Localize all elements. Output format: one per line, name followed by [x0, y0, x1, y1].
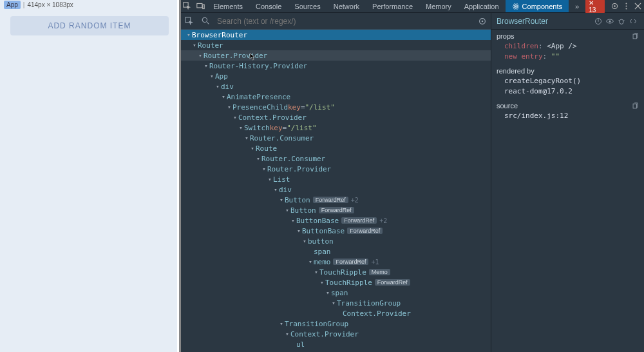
tab-components[interactable]: Components [506, 0, 569, 12]
tree-node[interactable]: ▾ButtonForwardRef [181, 205, 491, 215]
tree-caret-icon[interactable]: ▾ [238, 124, 243, 131]
tree-search-input[interactable] [214, 17, 474, 26]
tree-node[interactable]: ▾Context.Provider [181, 329, 491, 339]
tree-node[interactable]: ▾App [181, 71, 491, 81]
tree-caret-icon[interactable]: ▾ [285, 331, 290, 337]
tree-caret-icon[interactable]: ▾ [261, 166, 267, 172]
tab-network[interactable]: Network [327, 0, 366, 12]
tree-node-name: Router.Provider [267, 165, 331, 173]
tree-node-name: Context.Provider [238, 113, 307, 122]
rendered-by-entry[interactable]: createLegacyRoot() [497, 76, 639, 86]
tree-node[interactable]: ▾memoForwardRef+1 [181, 257, 491, 267]
tree-node[interactable]: ▾Router.Consumer [181, 133, 491, 143]
tree-caret-icon[interactable]: ▾ [227, 104, 232, 110]
panel-resize-handle[interactable] [177, 0, 181, 352]
tree-node[interactable]: ▾AnimatePresence [181, 92, 491, 102]
tree-caret-icon[interactable]: ▾ [302, 238, 307, 244]
tree-caret-icon[interactable]: ▾ [314, 269, 319, 275]
tree-node[interactable]: ▾Context.Provider [181, 112, 491, 122]
tab-performance[interactable]: Performance [366, 0, 419, 12]
error-count-badge[interactable]: ✕ 13 [585, 0, 605, 14]
prop-entry[interactable]: children: <App /> [497, 41, 639, 52]
tab-application[interactable]: Application [458, 0, 506, 12]
tree-caret-icon[interactable]: ▾ [267, 176, 272, 182]
tree-caret-icon[interactable]: ▾ [331, 300, 336, 306]
prop-key: children [504, 42, 538, 50]
kebab-icon[interactable] [620, 0, 632, 13]
tree-caret-icon[interactable]: ▾ [279, 197, 284, 203]
tree-caret-icon[interactable]: ▾ [256, 155, 261, 162]
component-tree-panel: ▾BrowserRouter▾Router▾Router.Provider▾Ro… [181, 13, 491, 352]
tree-caret-icon[interactable]: ▾ [319, 279, 325, 286]
tree-node[interactable]: ▾span [181, 288, 491, 298]
tree-caret-icon[interactable]: ▾ [221, 93, 226, 100]
tab-sources[interactable]: Sources [288, 0, 327, 12]
tree-caret-icon[interactable]: ▾ [192, 42, 197, 48]
tree-node[interactable]: ▾button [181, 236, 491, 246]
tab-elements[interactable]: Elements [207, 0, 249, 12]
tree-node[interactable]: ▾div [181, 184, 491, 195]
close-icon[interactable] [632, 0, 644, 13]
tree-node[interactable]: span [181, 246, 491, 257]
tree-caret-icon[interactable]: ▾ [296, 228, 301, 234]
tree-caret-icon[interactable]: ▾ [285, 207, 290, 213]
tree-node[interactable]: ▾Router.Consumer [181, 153, 491, 164]
tree-node[interactable]: ▾Route [181, 143, 491, 153]
tab-more[interactable]: » [569, 0, 585, 12]
tree-node[interactable]: ▾TouchRippleMemo [181, 267, 491, 277]
tree-node[interactable]: ▾ButtonBaseForwardRef [181, 226, 491, 236]
tree-node[interactable]: ul [181, 339, 491, 349]
error-count: 13 [589, 6, 596, 14]
tree-caret-icon[interactable]: ▾ [250, 145, 255, 152]
tree-node[interactable]: ▾Router.Provider [181, 164, 491, 174]
add-random-item-button[interactable]: ADD RANDOM ITEM [10, 16, 169, 35]
tree-caret-icon[interactable]: ▾ [198, 52, 203, 59]
tree-node[interactable]: ▾TouchRippleForwardRef [181, 277, 491, 288]
suspend-icon[interactable] [592, 17, 604, 25]
tree-settings-icon[interactable] [474, 17, 491, 26]
svg-rect-2 [202, 5, 204, 9]
tree-caret-icon[interactable]: ▾ [308, 259, 313, 265]
tab-console[interactable]: Console [249, 0, 288, 12]
tree-caret-icon[interactable]: ▾ [290, 217, 296, 224]
view-source-icon[interactable] [627, 17, 639, 25]
rendered-by-entry[interactable]: react-dom@17.0.2 [497, 86, 639, 97]
tree-caret-icon[interactable]: ▾ [279, 320, 284, 327]
copy-props-icon[interactable] [632, 33, 639, 40]
tree-caret-icon[interactable]: ▾ [273, 186, 278, 193]
tree-node[interactable]: ▾Router [181, 40, 491, 50]
settings-icon[interactable] [609, 0, 620, 13]
tree-node[interactable]: ▾BrowserRouter [181, 30, 491, 40]
tree-node[interactable]: ▾List [181, 174, 491, 184]
tree-caret-icon[interactable]: ▾ [209, 73, 214, 79]
copy-source-icon[interactable] [632, 103, 639, 110]
tree-node[interactable]: ▾Router-History.Provider [181, 61, 491, 71]
component-tree[interactable]: ▾BrowserRouter▾Router▾Router.Provider▾Ro… [181, 30, 491, 352]
tree-node[interactable]: ▾TransitionGroup [181, 318, 491, 329]
tree-caret-icon[interactable]: ▾ [232, 114, 238, 121]
tree-caret-icon[interactable]: ▾ [325, 289, 330, 296]
tree-node[interactable]: ▾PresenceChild key="/list" [181, 102, 491, 112]
inspect-dom-icon[interactable] [604, 17, 616, 25]
tree-caret-icon[interactable]: ▾ [244, 135, 249, 141]
tree-node[interactable]: ▾Switch key="/list" [181, 122, 491, 133]
tree-node[interactable]: ▾div [181, 81, 491, 92]
tree-node-name: ButtonBase [302, 227, 345, 235]
tree-caret-icon[interactable]: ▾ [186, 32, 191, 38]
device-icon[interactable] [194, 0, 207, 13]
source-location[interactable]: src/index.js:12 [504, 112, 568, 120]
tree-node[interactable]: Context.Provider [181, 308, 491, 318]
prop-entry[interactable]: new entry: "" [497, 52, 639, 62]
pick-element-icon[interactable] [181, 17, 198, 26]
tree-node[interactable]: ▾ButtonBaseForwardRef+2 [181, 215, 491, 226]
debug-icon[interactable] [616, 17, 627, 25]
tree-caret-icon[interactable]: ▾ [204, 63, 209, 69]
tab-memory[interactable]: Memory [419, 0, 458, 12]
inspect-icon[interactable] [181, 0, 194, 13]
tree-node[interactable]: ▾Router.Provider [181, 50, 491, 61]
tree-node[interactable]: ▾TransitionGroup [181, 298, 491, 308]
tree-caret-icon[interactable]: ▾ [215, 83, 220, 90]
tree-node[interactable]: ▾ButtonForwardRef+2 [181, 195, 491, 205]
tree-hoc-badge: ForwardRef [341, 217, 377, 224]
tree-hoc-count: +2 [351, 197, 359, 204]
